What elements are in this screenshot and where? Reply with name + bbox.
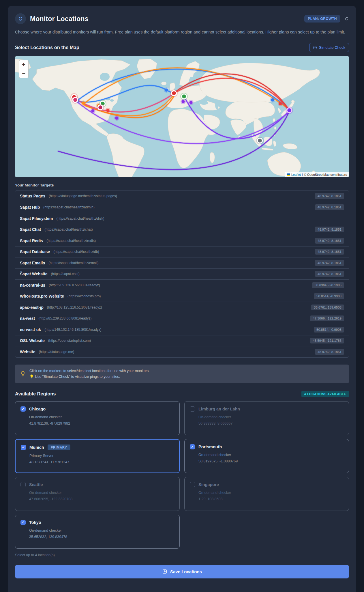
target-coordinates-badge: 48.9742, 8.1851 xyxy=(315,349,344,355)
regions-heading: Available Regions xyxy=(15,391,56,397)
table-row: Sapat Redis(https://sapat.chat/healthz/r… xyxy=(15,235,349,246)
table-row: Sapat Chat(https://sapat.chat/healthz/ch… xyxy=(15,224,349,235)
map[interactable]: + − Leaflet | © OpenStreetMap contributo… xyxy=(15,56,349,177)
target-url: (http://209.126.0.56:8081/readyz) xyxy=(49,283,100,287)
region-type: On-demand checker xyxy=(29,414,174,421)
region-type: On-demand checker xyxy=(198,490,344,496)
target-coordinates-badge: 48.9742, 8.1851 xyxy=(315,227,344,232)
table-row: Sapat Database(https://sapat.chat/health… xyxy=(15,246,349,257)
map-zoom-control: + − xyxy=(19,60,29,78)
target-name: eu-west-uk xyxy=(20,327,41,332)
region-name: Munich xyxy=(29,445,44,450)
region-name: Chicago xyxy=(29,407,46,411)
ping-dot xyxy=(279,102,282,105)
table-row: apac-east-jp(http://103.125.216.51:8081/… xyxy=(15,302,349,313)
marker-st-louis[interactable] xyxy=(98,105,103,110)
region-grid: ✓ChicagoOn-demand checker41.8781136, -87… xyxy=(15,401,349,549)
region-checkbox[interactable]: ✓ xyxy=(21,445,26,450)
target-name: Šapat Website xyxy=(20,272,47,276)
refresh-icon[interactable] xyxy=(344,16,349,21)
target-url: (https://sapat.chat/healthz/db) xyxy=(53,250,99,254)
map-zoom-in-button[interactable]: + xyxy=(19,60,28,69)
ping-dot xyxy=(115,117,119,120)
region-checkbox[interactable]: ✓ xyxy=(20,520,26,525)
region-coordinates: 48.1371541, 11.5761247 xyxy=(29,459,174,466)
page-description: Choose where your distributed monitors w… xyxy=(15,29,349,36)
marker-munich[interactable] xyxy=(182,94,187,99)
region-type: Primary Server xyxy=(29,453,174,459)
target-coordinates-badge: 38.6364, -90.1985 xyxy=(312,282,344,288)
target-url: (https://openstartuplist.com) xyxy=(48,339,91,343)
target-url: (https://sapat.chat/healthz/chat) xyxy=(44,227,93,231)
targets-heading: Your Monitor Targets xyxy=(15,183,349,187)
target-coordinates-badge: 48.9742, 8.1851 xyxy=(315,193,344,199)
region-card-tokyo[interactable]: ✓TokyoOn-demand checker35.652832, 139.83… xyxy=(15,515,180,549)
play-circle-icon xyxy=(313,46,317,50)
region-coordinates: 50.8197675, -1.0880769 xyxy=(198,458,344,465)
save-locations-button[interactable]: Save Locations xyxy=(15,565,349,578)
target-coordinates-badge: 35.6761, 139.6503 xyxy=(311,305,344,310)
plan-badge: PLAN: GROWTH xyxy=(304,15,340,23)
primary-badge: PRIMARY xyxy=(48,445,70,450)
region-name: Singapore xyxy=(198,482,219,487)
target-name: WhoHosts.pro Website xyxy=(20,294,64,298)
target-name: OSL Website xyxy=(20,338,45,343)
ukraine-flag-icon xyxy=(287,173,290,176)
marker-singapore[interactable] xyxy=(258,138,262,143)
target-url: (https://whohosts.pro) xyxy=(67,294,101,298)
ping-dot xyxy=(182,100,185,103)
ping-dot xyxy=(106,109,110,112)
region-card-singapore[interactable]: SingaporeOn-demand checker1.29, 103.8503 xyxy=(184,477,349,511)
target-name: Website xyxy=(20,350,35,354)
target-coordinates-badge: 50.8514, -0.9903 xyxy=(314,293,344,299)
target-name: Sapat Database xyxy=(20,249,50,254)
region-coordinates: 35.652832, 139.839478 xyxy=(29,534,174,540)
region-checkbox[interactable] xyxy=(190,406,195,412)
region-checkbox[interactable]: ✓ xyxy=(190,444,195,449)
ping-dot xyxy=(82,102,85,105)
region-coordinates: 47.6062095, -122.3320708 xyxy=(29,496,174,503)
lightbulb-icon xyxy=(20,371,26,377)
target-url: (https://sapat.chat/healthz/disk) xyxy=(56,216,104,221)
table-row: na-central-us(http://209.126.0.56:8081/r… xyxy=(15,279,349,291)
save-icon xyxy=(162,569,167,574)
table-row: na-west(http://85.239.233.60:8081/readyz… xyxy=(15,313,349,324)
region-name: Limburg an der Lahn xyxy=(198,407,240,411)
region-name: Tokyo xyxy=(29,520,41,525)
region-card-limburg-an-der-lahn[interactable]: Limburg an der LahnOn-demand checker50.3… xyxy=(184,401,349,435)
region-checkbox[interactable] xyxy=(20,482,26,487)
target-coordinates-badge: 47.3066, -122.2619 xyxy=(310,315,344,321)
region-name: Seattle xyxy=(29,482,43,487)
target-coordinates-badge: 48.9742, 8.1851 xyxy=(315,260,344,266)
marker-portsmouth[interactable] xyxy=(172,91,177,96)
simulate-check-button[interactable]: Simulate Check xyxy=(309,43,349,52)
target-name: apac-east-jp xyxy=(20,305,44,310)
target-name: Sapat Emails xyxy=(20,261,45,265)
target-url: (http://149.102.146.185:8081/readyz) xyxy=(44,328,101,332)
target-coordinates-badge: 48.9742, 8.1851 xyxy=(315,249,344,255)
table-row: Status Pages(https://statuspage.me/healt… xyxy=(15,191,349,202)
tip-line-2: 💡 Use "Simulate Check" to visualize ping… xyxy=(29,374,150,380)
map-zoom-out-button[interactable]: − xyxy=(19,69,28,78)
region-checkbox[interactable]: ✓ xyxy=(20,406,26,412)
region-checkbox[interactable] xyxy=(190,482,195,487)
monitor-locations-panel: Monitor Locations PLAN: GROWTH Choose wh… xyxy=(8,6,356,592)
location-pin-icon xyxy=(15,13,26,24)
target-name: Sapat Chat xyxy=(20,227,41,232)
region-card-munich[interactable]: ✓MunichPRIMARYPrimary Server48.1371541, … xyxy=(15,439,180,473)
marker-hood-river[interactable] xyxy=(73,98,78,102)
ping-dot xyxy=(91,109,95,113)
table-row: eu-west-uk(http://149.102.146.185:8081/r… xyxy=(15,324,349,335)
target-url: (https://statuspage.me) xyxy=(39,350,74,354)
region-card-seattle[interactable]: SeattleOn-demand checker47.6062095, -122… xyxy=(15,477,180,511)
leaflet-link[interactable]: Leaflet xyxy=(291,173,301,176)
table-row: Sapat Filesystem(https://sapat.chat/heal… xyxy=(15,213,349,224)
region-type: On-demand checker xyxy=(29,490,174,496)
region-coordinates: 41.8781136, -87.6297982 xyxy=(29,421,174,427)
tip-line-1: Click on the markers to select/deselect … xyxy=(29,368,150,374)
map-section-heading: Select Locations on the Map xyxy=(15,45,79,50)
region-card-portsmouth[interactable]: ✓PortsmouthOn-demand checker50.8197675, … xyxy=(184,439,349,473)
target-name: Sapat Filesystem xyxy=(20,216,53,221)
region-card-chicago[interactable]: ✓ChicagoOn-demand checker41.8781136, -87… xyxy=(15,401,180,435)
marker-tokyo[interactable] xyxy=(287,108,292,113)
